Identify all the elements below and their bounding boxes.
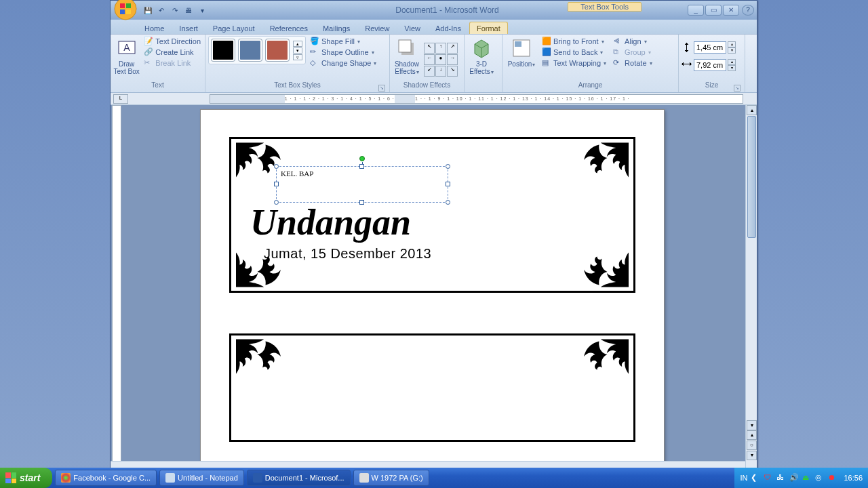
tab-selector[interactable]: L: [113, 94, 128, 104]
style-swatch-black[interactable]: [212, 39, 235, 61]
save-icon[interactable]: 💾: [143, 5, 153, 15]
nudge-right[interactable]: →: [447, 54, 458, 65]
taskbar-item[interactable]: Facebook - Google C...: [55, 470, 157, 486]
tab-insert[interactable]: Insert: [172, 22, 205, 34]
shadow-toggle[interactable]: ●: [435, 54, 446, 65]
styles-launcher[interactable]: ↘: [378, 85, 385, 92]
tray-network-icon[interactable]: 🖧: [776, 473, 786, 483]
shape-outline-button[interactable]: ✏Shape Outline▾: [309, 47, 378, 58]
group-button[interactable]: ⧉Group▾: [612, 47, 653, 58]
undo-icon[interactable]: ↶: [157, 5, 166, 15]
tab-addins[interactable]: Add-Ins: [429, 22, 468, 34]
shadow-effects-button[interactable]: Shadow Effects▾: [393, 36, 421, 75]
height-input[interactable]: [694, 41, 726, 54]
nudge-up[interactable]: ↑: [435, 43, 446, 54]
scroll-thumb[interactable]: [747, 116, 756, 238]
send-to-back-button[interactable]: 🟦Send to Back▾: [540, 47, 608, 58]
handle-w[interactable]: [274, 182, 279, 186]
taskbar-item[interactable]: Untitled - Notepad: [159, 470, 244, 486]
print-preview-icon[interactable]: 🖶: [184, 5, 193, 15]
style-swatch-red[interactable]: [266, 39, 289, 61]
rotate-button[interactable]: ⟳Rotate▾: [612, 58, 653, 68]
width-field[interactable]: ⭤ ▴▾: [682, 59, 736, 71]
tab-format[interactable]: Format: [469, 22, 508, 34]
create-link-button[interactable]: 🔗Create Link: [142, 47, 202, 58]
styles-gallery[interactable]: ▴▾▿: [208, 36, 306, 64]
draw-text-box-button[interactable]: A Draw Text Box: [113, 36, 140, 75]
restore-button[interactable]: ▭: [705, 5, 722, 16]
tray-shield-icon[interactable]: 🛡: [764, 473, 773, 483]
tray-volume-icon[interactable]: 🔊: [789, 473, 799, 483]
handle-se[interactable]: [446, 200, 450, 205]
bring-to-front-button[interactable]: 🟧Bring to Front▾: [540, 36, 608, 47]
break-link-button[interactable]: ✂Break Link: [142, 58, 202, 68]
horizontal-ruler[interactable]: · 1 · 3 · 1 · 2 · 1 · 1 · 1 · · 1 · 1 · …: [210, 94, 743, 104]
word-window: 💾 ↶ ↷ 🖶 ▾ Document1 - Microsoft Word Tex…: [110, 0, 757, 472]
minimize-button[interactable]: _: [688, 5, 704, 16]
handle-ne[interactable]: [446, 164, 450, 169]
vertical-scrollbar[interactable]: ▴ ▴ ○ ▾ ▾: [745, 105, 757, 472]
nudge-down-right[interactable]: ↘: [447, 66, 458, 77]
tab-review[interactable]: Review: [358, 22, 396, 34]
tray-icon[interactable]: ❮: [751, 473, 760, 483]
handle-n[interactable]: [359, 164, 364, 169]
width-input[interactable]: [694, 59, 726, 71]
tray-lang[interactable]: IN: [740, 474, 747, 482]
height-up[interactable]: ▴: [728, 41, 736, 47]
textbox-content[interactable]: KEL. BAP: [277, 167, 448, 180]
width-down[interactable]: ▾: [728, 65, 736, 71]
start-button[interactable]: start: [0, 468, 52, 488]
help-button[interactable]: ?: [742, 5, 754, 16]
size-launcher[interactable]: ↘: [734, 85, 741, 92]
gallery-up-icon[interactable]: ▴: [293, 41, 302, 47]
tab-page-layout[interactable]: Page Layout: [206, 22, 262, 34]
height-down[interactable]: ▾: [728, 47, 736, 54]
nudge-left[interactable]: ←: [424, 54, 435, 65]
tab-references[interactable]: References: [263, 22, 315, 34]
handle-nw[interactable]: [274, 164, 279, 169]
nudge-down-left[interactable]: ↙: [424, 66, 435, 77]
tab-home[interactable]: Home: [138, 22, 171, 34]
invitation-card-2[interactable]: [229, 333, 635, 442]
office-button[interactable]: [113, 0, 138, 21]
nudge-up-left[interactable]: ↖: [424, 43, 435, 54]
card-date[interactable]: Jumat, 15 Desember 2013: [264, 246, 431, 262]
tray-record-icon[interactable]: ⏺: [828, 473, 837, 483]
next-page-icon[interactable]: ▾: [747, 451, 757, 460]
gallery-down-icon[interactable]: ▾: [293, 47, 302, 54]
scroll-up-icon[interactable]: ▴: [747, 105, 757, 115]
text-direction-button[interactable]: 📝Text Direction: [142, 36, 202, 47]
style-swatch-blue[interactable]: [239, 39, 262, 61]
close-button[interactable]: ✕: [723, 5, 739, 16]
text-wrapping-button[interactable]: ▤Text Wrapping▾: [540, 58, 608, 68]
scroll-down-icon[interactable]: ▾: [747, 420, 757, 430]
height-field[interactable]: ⭥ ▴▾: [682, 41, 736, 54]
document-area[interactable]: KEL. BAP Undangan Jumat, 15 Desember 201…: [111, 105, 757, 472]
gallery-more-icon[interactable]: ▿: [293, 54, 302, 60]
nudge-down[interactable]: ↓: [435, 66, 446, 77]
tray-app-icon[interactable]: ◎: [815, 473, 825, 483]
handle-e[interactable]: [446, 182, 450, 186]
taskbar-item[interactable]: Document1 - Microsof...: [247, 470, 351, 486]
tab-view[interactable]: View: [397, 22, 427, 34]
selected-textbox[interactable]: KEL. BAP: [276, 166, 448, 203]
invitation-card[interactable]: KEL. BAP Undangan Jumat, 15 Desember 201…: [229, 137, 635, 293]
card-title[interactable]: Undangan: [250, 201, 411, 243]
taskbar-item[interactable]: W 1972 PA (G:): [353, 470, 429, 486]
tab-mailings[interactable]: Mailings: [316, 22, 357, 34]
qat-more-icon[interactable]: ▾: [197, 5, 207, 15]
align-button[interactable]: ⫷Align▾: [612, 36, 653, 47]
nudge-up-right[interactable]: ↗: [447, 43, 458, 54]
shape-fill-button[interactable]: 🪣Shape Fill▾: [309, 36, 378, 47]
vertical-ruler[interactable]: [112, 105, 121, 472]
width-up[interactable]: ▴: [728, 59, 736, 65]
redo-icon[interactable]: ↷: [170, 5, 180, 15]
tray-clock[interactable]: 16:56: [844, 474, 863, 482]
3d-effects-button[interactable]: 3-D Effects▾: [467, 36, 496, 75]
tray-usb-icon[interactable]: ⏏: [802, 473, 812, 483]
change-shape-button[interactable]: ◇Change Shape▾: [309, 58, 378, 68]
position-button[interactable]: Position▾: [505, 36, 538, 68]
rotate-handle[interactable]: [359, 156, 365, 161]
prev-page-icon[interactable]: ▴: [747, 430, 757, 440]
browse-object-icon[interactable]: ○: [747, 441, 757, 450]
